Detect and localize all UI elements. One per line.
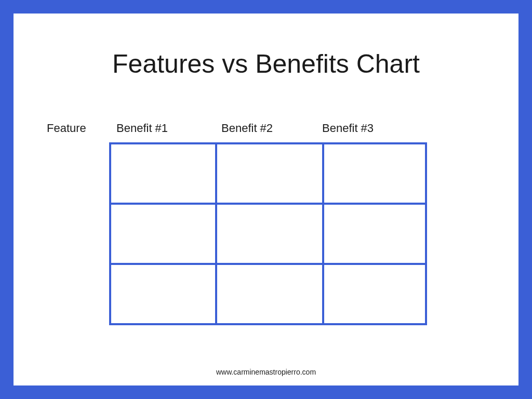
grid-hline: [111, 203, 425, 205]
grid-hline: [111, 263, 425, 265]
footer-url: www.carminemastropierro.com: [14, 368, 518, 376]
header-benefit-1: Benefit #1: [116, 122, 168, 135]
header-benefit-2: Benefit #2: [221, 122, 273, 135]
grid-vline: [215, 144, 217, 323]
chart-grid: [109, 142, 427, 325]
grid-vline: [322, 144, 324, 323]
chart-card: Features vs Benefits Chart Feature Benef…: [14, 14, 518, 385]
header-benefit-3: Benefit #3: [322, 122, 374, 135]
header-feature: Feature: [47, 122, 86, 135]
chart-title: Features vs Benefits Chart: [14, 49, 518, 79]
